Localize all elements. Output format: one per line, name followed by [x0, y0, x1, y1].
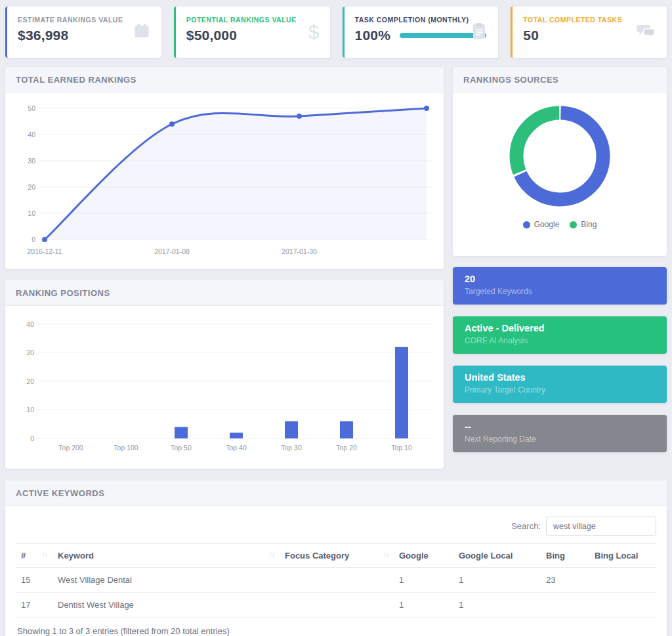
stat-value: $50,000 [186, 28, 237, 43]
panel-title: ACTIVE KEYWORDS [5, 480, 667, 506]
dollar-icon: $ [308, 22, 320, 42]
stat-card-estimate-rankings-value: ESTIMATE RANKINGS VALUE $36,998 [5, 7, 161, 58]
table-cell-google: 1 [394, 593, 453, 618]
stat-label: POTENTIAL RANKINGS VALUE [186, 16, 320, 24]
table-row: 15West Village Dental1123 [16, 568, 656, 593]
info-card-label: CORE AI Analysis [465, 336, 655, 345]
table-cell-bing [541, 593, 589, 618]
right-column: RANKINGS SOURCES Google Bing [453, 67, 667, 469]
table-cell-bing-local [589, 593, 656, 618]
targeted-keywords-card: 20 Targeted Keywords [453, 267, 667, 305]
keywords-table: #↑↓ Keyword↑↓ Focus Category↑↓ Google Go… [16, 543, 656, 618]
stat-label: ESTIMATE RANKINGS VALUE [18, 16, 151, 24]
column-header-num[interactable]: #↑↓ [16, 544, 52, 568]
svg-text:20: 20 [26, 377, 34, 385]
bing-legend-dot-icon [570, 221, 577, 228]
info-card-value: United States [465, 372, 655, 383]
column-header-bing[interactable]: Bing [541, 544, 589, 568]
table-cell-google-local: 1 [453, 593, 541, 618]
table-cell-bing: 23 [541, 568, 589, 593]
rankings-sources-panel: RANKINGS SOURCES Google Bing [453, 67, 667, 256]
svg-text:Top 30: Top 30 [281, 444, 302, 452]
stat-card-potential-rankings-value: POTENTIAL RANKINGS VALUE $50,000 $ [174, 7, 330, 58]
svg-text:2017-01-30: 2017-01-30 [282, 247, 317, 255]
ranking-positions-panel: RANKING POSITIONS 010203040Top 200Top 10… [5, 280, 444, 469]
svg-text:Top 40: Top 40 [226, 444, 247, 452]
table-row: 17Dentist West Village11 [16, 593, 656, 618]
primary-target-country-card: United States Primary Target Country [453, 366, 667, 403]
column-header-bing-local[interactable]: Bing Local [589, 544, 656, 568]
column-header-google-local[interactable]: Google Local [453, 544, 541, 568]
sort-icon[interactable]: ↑↓ [42, 551, 47, 558]
stats-row: ESTIMATE RANKINGS VALUE $36,998 POTENTIA… [5, 7, 667, 58]
table-cell-focus-category [280, 593, 394, 618]
svg-text:20: 20 [28, 183, 35, 191]
table-cell-google-local: 1 [453, 568, 541, 593]
column-header-keyword[interactable]: Keyword↑↓ [52, 544, 280, 568]
total-earned-rankings-panel: TOTAL EARNED RANKINGS 010203040502016-12… [5, 67, 444, 269]
column-header-google[interactable]: Google [394, 544, 453, 568]
search-row: Search: [16, 517, 656, 536]
svg-text:10: 10 [26, 406, 34, 413]
legend-item-bing[interactable]: Bing [570, 220, 597, 229]
svg-text:10: 10 [28, 209, 35, 217]
search-label: Search: [511, 521, 541, 531]
table-search-input[interactable] [546, 517, 656, 536]
next-reporting-date-card: -- Next Reporting Date [453, 415, 667, 452]
stat-label: TASK COMPLETION (MONTHLY) [355, 16, 488, 24]
svg-text:0: 0 [32, 236, 35, 244]
panel-title: RANKING POSITIONS [5, 280, 444, 306]
stat-card-task-completion: TASK COMPLETION (MONTHLY) 100% [343, 7, 499, 58]
svg-text:30: 30 [26, 349, 34, 356]
legend-label: Bing [581, 220, 597, 229]
info-card-value: -- [465, 421, 655, 432]
svg-text:2016-12-11: 2016-12-11 [28, 247, 62, 255]
core-ai-analysis-card: Active - Delivered CORE AI Analysis [453, 316, 667, 354]
svg-text:50: 50 [28, 104, 35, 112]
stat-value: 100% [355, 28, 391, 43]
svg-text:2017-01-08: 2017-01-08 [154, 247, 190, 255]
info-card-label: Targeted Keywords [465, 287, 655, 296]
table-cell-bing-local [589, 568, 656, 593]
table-cell-num: 15 [16, 568, 52, 593]
active-keywords-body: Search: #↑↓ Keyword↑↓ Focus Category↑↓ G… [5, 506, 667, 636]
legend-item-google[interactable]: Google [523, 220, 560, 229]
main-grid: TOTAL EARNED RANKINGS 010203040502016-12… [5, 67, 667, 469]
svg-text:40: 40 [26, 320, 34, 328]
svg-text:30: 30 [28, 157, 35, 165]
sort-icon[interactable]: ↑↓ [383, 551, 388, 558]
svg-text:Top 10: Top 10 [391, 444, 412, 452]
column-header-focus-category[interactable]: Focus Category↑↓ [280, 544, 394, 568]
active-keywords-panel: ACTIVE KEYWORDS Search: #↑↓ Keyword↑↓ Fo… [5, 480, 667, 636]
svg-text:Top 200: Top 200 [58, 444, 83, 452]
clipboard-icon [471, 22, 488, 43]
panel-title: TOTAL EARNED RANKINGS [5, 67, 444, 93]
earned-rankings-chart[interactable]: 010203040502016-12-112017-01-082017-01-3… [5, 93, 444, 266]
dashboard-page: ESTIMATE RANKINGS VALUE $36,998 POTENTIA… [0, 0, 672, 636]
table-cell-google: 1 [394, 568, 453, 593]
ranking-positions-chart[interactable]: 010203040Top 200Top 100Top 50Top 40Top 3… [5, 306, 444, 467]
sort-icon[interactable]: ↑↓ [269, 551, 274, 558]
google-legend-dot-icon [523, 221, 530, 228]
info-card-value: 20 [465, 274, 655, 284]
left-column: TOTAL EARNED RANKINGS 010203040502016-12… [5, 67, 444, 469]
svg-text:40: 40 [28, 131, 35, 138]
calendar-icon [133, 22, 151, 43]
svg-text:Top 100: Top 100 [114, 444, 138, 452]
info-card-value: Active - Delivered [465, 323, 655, 333]
table-header-row: #↑↓ Keyword↑↓ Focus Category↑↓ Google Go… [16, 544, 656, 568]
panel-title: RANKINGS SOURCES [453, 67, 667, 93]
svg-text:0: 0 [30, 435, 34, 442]
stat-value: 50 [523, 28, 539, 43]
stat-card-total-completed-tasks: TOTAL COMPLETED TASKS 50 [511, 7, 667, 58]
info-card-label: Primary Target Country [465, 385, 655, 394]
table-cell-keyword: West Village Dental [52, 568, 280, 593]
table-cell-num: 17 [16, 593, 52, 618]
info-card-label: Next Reporting Date [465, 435, 655, 444]
legend-label: Google [534, 220, 560, 229]
donut-legend: Google Bing [523, 220, 597, 229]
table-cell-keyword: Dentist West Village [52, 593, 280, 618]
table-info-text: Showing 1 to 3 of 3 entries (filtered fr… [16, 618, 656, 636]
stat-value: $36,998 [18, 28, 68, 43]
rankings-sources-chart[interactable]: Google Bing [453, 93, 667, 229]
